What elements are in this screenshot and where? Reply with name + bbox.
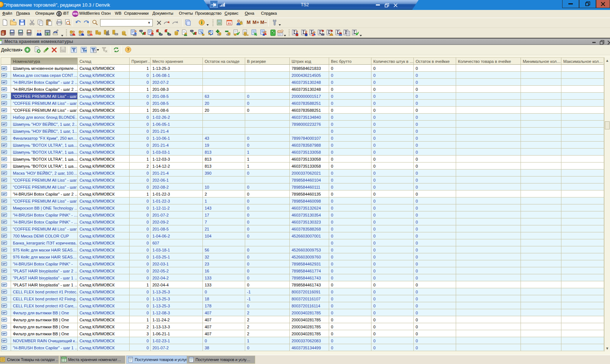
svg-text:$: $: [47, 33, 48, 35]
svg-text:31: 31: [228, 22, 231, 25]
svg-text:?: ?: [127, 47, 130, 52]
svg-text:ТОК: ТОК: [61, 50, 65, 52]
